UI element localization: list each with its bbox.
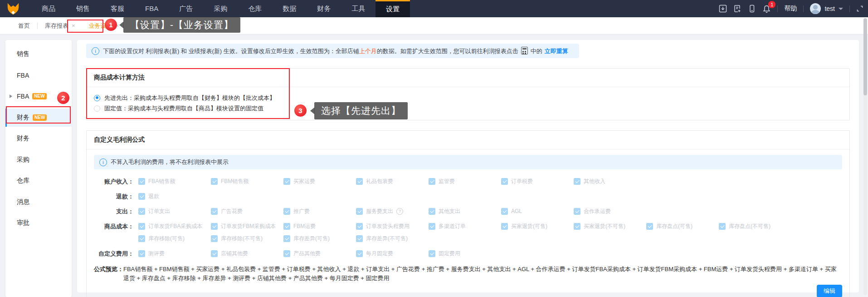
fee-checkbox-item[interactable]: FBM销售额: [211, 177, 282, 186]
fee-checkbox-item[interactable]: 买家退货(不可售): [574, 222, 645, 231]
nav-item-9[interactable]: 工具: [341, 0, 375, 17]
fee-checkbox-item[interactable]: 固定费用: [429, 249, 500, 258]
checkbox-checked-icon[interactable]: [138, 208, 145, 215]
sidebar-item-8[interactable]: 审批: [5, 214, 72, 232]
fee-checkbox-item[interactable]: 其他支出: [429, 207, 500, 216]
checkbox-checked-icon[interactable]: [283, 250, 290, 257]
checkbox-checked-icon[interactable]: [429, 250, 435, 257]
document-add-icon[interactable]: [733, 5, 741, 13]
sidebar-item-3[interactable]: 财务NEW: [5, 109, 72, 127]
nav-item-5[interactable]: 采购: [203, 0, 238, 17]
scrollbar-thumb[interactable]: [863, 18, 867, 95]
checkbox-checked-icon[interactable]: [138, 193, 145, 200]
fee-checkbox-item[interactable]: 订单发货FBM采购成本: [211, 222, 282, 231]
checkbox-checked-icon[interactable]: [283, 223, 290, 230]
checkbox-checked-icon[interactable]: [356, 235, 363, 242]
sidebar-item-4[interactable]: 财务: [5, 129, 72, 148]
fee-checkbox-item[interactable]: 多渠道订单: [429, 222, 500, 231]
checkbox-checked-icon[interactable]: [429, 178, 435, 185]
checkbox-checked-icon[interactable]: [211, 223, 218, 230]
checkbox-checked-icon[interactable]: [138, 223, 145, 230]
checkbox-checked-icon[interactable]: [501, 208, 508, 215]
checkbox-checked-icon[interactable]: [283, 235, 290, 242]
help-link[interactable]: 帮助: [784, 5, 797, 13]
fee-checkbox-item[interactable]: 订单发货FBA采购成本: [138, 222, 210, 231]
nav-item-3[interactable]: FBA: [135, 0, 169, 17]
fee-checkbox-item[interactable]: AGL: [501, 207, 572, 216]
fee-checkbox-item[interactable]: 库存盘点(不可售): [719, 222, 790, 231]
nav-item-2[interactable]: 客服: [100, 0, 135, 17]
checkbox-checked-icon[interactable]: [211, 250, 218, 257]
sidebar-item-5[interactable]: 采购: [5, 151, 72, 169]
fullscreen-icon[interactable]: [856, 5, 863, 12]
checkbox-checked-icon[interactable]: [574, 223, 580, 230]
sidebar-item-0[interactable]: 销售: [5, 45, 72, 63]
checkbox-checked-icon[interactable]: [211, 208, 218, 215]
tab-home[interactable]: 首页: [18, 22, 30, 30]
checkbox-checked-icon[interactable]: [283, 178, 290, 185]
fee-checkbox-item[interactable]: 合作承运费: [574, 207, 645, 216]
chevron-down-icon[interactable]: [839, 8, 843, 10]
nav-item-10[interactable]: 设置: [375, 0, 410, 17]
checkbox-checked-icon[interactable]: [356, 208, 363, 215]
fee-checkbox-item[interactable]: 买家退货(可售): [501, 222, 572, 231]
fee-checkbox-item[interactable]: 测评费: [138, 249, 210, 258]
question-icon[interactable]: ?: [396, 208, 403, 215]
checkbox-checked-icon[interactable]: [211, 235, 218, 242]
checkbox-checked-icon[interactable]: [138, 235, 145, 242]
sidebar-item-6[interactable]: 仓库: [5, 172, 72, 190]
fee-checkbox-item[interactable]: 监管费: [429, 177, 500, 186]
fee-checkbox-item[interactable]: 买家运费: [283, 177, 355, 186]
fee-checkbox-item[interactable]: 每月固定费: [356, 249, 427, 258]
fee-checkbox-item[interactable]: 库存移除(可售): [138, 234, 210, 243]
checkbox-checked-icon[interactable]: [429, 208, 435, 215]
user-avatar[interactable]: [810, 3, 821, 14]
checkbox-checked-icon[interactable]: [719, 223, 726, 230]
nav-item-7[interactable]: 数据: [272, 0, 307, 17]
tab-inventory-report[interactable]: 库存报表 ×: [45, 22, 75, 30]
nav-item-8[interactable]: 财务: [307, 0, 341, 17]
fee-checkbox-item[interactable]: 订单税费: [501, 177, 572, 186]
fee-checkbox-item[interactable]: 订单发货头程费用: [356, 222, 427, 231]
fee-checkbox-item[interactable]: FBA销售额: [138, 177, 210, 186]
checkbox-checked-icon[interactable]: [138, 250, 145, 257]
checkbox-checked-icon[interactable]: [356, 223, 363, 230]
fee-checkbox-item[interactable]: 库存差异(不可售): [356, 234, 427, 243]
fee-checkbox-item[interactable]: 店铺其他费: [211, 249, 282, 258]
checkbox-checked-icon[interactable]: [574, 208, 580, 215]
checkbox-checked-icon[interactable]: [356, 250, 363, 257]
nav-item-0[interactable]: 商品: [31, 0, 66, 17]
checkbox-checked-icon[interactable]: [138, 178, 145, 185]
fee-checkbox-item[interactable]: 库存盘点(可售): [646, 222, 717, 231]
checkbox-checked-icon[interactable]: [283, 208, 290, 215]
fee-checkbox-item[interactable]: 服务费支出?: [356, 207, 427, 216]
checkbox-checked-icon[interactable]: [501, 223, 508, 230]
nav-item-1[interactable]: 销售: [66, 0, 100, 17]
fee-checkbox-item[interactable]: 订单支出: [138, 207, 210, 216]
fee-checkbox-item[interactable]: 退款: [138, 192, 210, 201]
fee-checkbox-item[interactable]: 广告花费: [211, 207, 282, 216]
fee-checkbox-item[interactable]: 推广费: [283, 207, 355, 216]
vertical-scrollbar[interactable]: [863, 18, 867, 295]
fee-checkbox-item[interactable]: FBM运费: [283, 222, 355, 231]
recalculate-now-link[interactable]: 立即重算: [545, 48, 568, 54]
fee-checkbox-item[interactable]: 产品其他费: [283, 249, 355, 258]
sidebar-item-1[interactable]: FBA: [5, 66, 72, 84]
nav-item-6[interactable]: 仓库: [238, 0, 272, 17]
notification-bell-icon[interactable]: 1: [762, 5, 771, 13]
edit-button[interactable]: 编辑: [817, 285, 842, 297]
radio-unselected-icon[interactable]: [94, 105, 100, 112]
username-label[interactable]: test: [824, 5, 835, 12]
fee-checkbox-item[interactable]: 库存差异(可售): [283, 234, 355, 243]
checkbox-checked-icon[interactable]: [211, 178, 218, 185]
nav-item-4[interactable]: 广告: [169, 0, 203, 17]
cost-method-option-1[interactable]: 固定值：采购成本与头程费用取自【商品】模块设置的固定值: [94, 103, 842, 114]
fee-checkbox-item[interactable]: 其他收入: [574, 177, 645, 186]
download-icon[interactable]: [719, 5, 727, 13]
radio-selected-icon[interactable]: [94, 95, 100, 101]
checkbox-checked-icon[interactable]: [429, 223, 435, 230]
checkbox-checked-icon[interactable]: [501, 178, 508, 185]
checkbox-checked-icon[interactable]: [646, 223, 653, 230]
cost-method-option-0[interactable]: 先进先出：采购成本与头程费用取自【财务】模块的【批次成本】: [94, 93, 842, 103]
fee-checkbox-item[interactable]: 库存移除(不可售): [211, 234, 282, 243]
